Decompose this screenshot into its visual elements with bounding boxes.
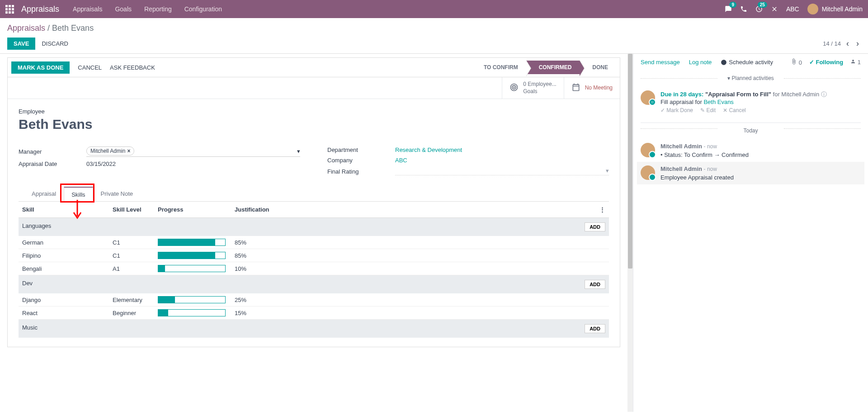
status-dot <box>649 174 656 181</box>
department-value[interactable]: Research & Development <box>395 146 462 153</box>
log-time: - now <box>704 166 717 172</box>
activity-for: for Mitchell Admin <box>773 91 820 98</box>
breadcrumb-bar: Appraisals / Beth Evans SAVE DISCARD 14 … <box>0 18 868 53</box>
tab-skills[interactable]: Skills <box>64 187 93 202</box>
nav-links: Appraisals Goals Reporting Configuration <box>73 5 222 13</box>
skill-group-row: LanguagesADD <box>19 218 609 236</box>
manager-label: Manager <box>19 148 86 155</box>
activity-cancel[interactable]: ✕ Cancel <box>723 107 746 113</box>
followers-button[interactable]: 1 <box>850 59 861 66</box>
pager: 14 / 14 ‹ › <box>823 39 861 48</box>
status-done[interactable]: DONE <box>580 61 616 74</box>
pager-next[interactable]: › <box>854 39 861 48</box>
nav-reporting[interactable]: Reporting <box>144 5 172 13</box>
status-confirmed[interactable]: CONFIRMED <box>526 61 580 74</box>
activity-desc-link[interactable]: Beth Evans <box>703 99 734 105</box>
cancel-button[interactable]: CANCEL <box>78 64 102 71</box>
activity-avatar <box>641 90 655 105</box>
skill-level: A1 <box>109 262 154 275</box>
nav-configuration[interactable]: Configuration <box>184 5 222 13</box>
skill-level: C1 <box>109 236 154 249</box>
log-avatar <box>641 143 655 157</box>
stat-buttons: 0 Employee... Goals No Meeting <box>8 77 620 99</box>
tab-appraisal[interactable]: Appraisal <box>24 186 64 201</box>
manager-field[interactable]: Mitchell Admin × ▾ <box>86 146 300 157</box>
activity-desc-prefix: Fill appraisal for <box>660 99 703 105</box>
log-content: • Status: To Confirm → Confirmed <box>660 151 749 158</box>
dropdown-caret-icon[interactable]: ▾ <box>297 148 300 155</box>
brand-title: Appraisals <box>21 5 59 14</box>
scrollbar-thumb[interactable] <box>628 54 632 269</box>
ask-feedback-button[interactable]: ASK FEEDBACK <box>110 64 155 71</box>
remove-tag-icon[interactable]: × <box>127 148 130 154</box>
skill-row[interactable]: React Beginner 15% <box>19 307 609 320</box>
nav-goals[interactable]: Goals <box>115 5 132 13</box>
goals-stat-button[interactable]: 0 Employee... Goals <box>502 77 563 99</box>
activity-mark-done[interactable]: ✓ Mark Done <box>660 107 693 113</box>
calendar-icon <box>571 83 580 93</box>
info-icon[interactable]: ⓘ <box>821 91 827 98</box>
company-selector[interactable]: ABC <box>786 5 799 13</box>
save-button[interactable]: SAVE <box>7 38 35 50</box>
add-skill-button[interactable]: ADD <box>585 324 605 333</box>
activity-icon[interactable]: 25 <box>755 5 763 13</box>
chatter-header: Send message Log note Schedule activity … <box>641 58 861 70</box>
add-skill-button[interactable]: ADD <box>585 222 605 231</box>
dropdown-caret-icon[interactable]: ▾ <box>606 167 609 174</box>
skill-row[interactable]: Filipino C1 85% <box>19 249 609 262</box>
skill-row[interactable]: Django Elementary 25% <box>19 293 609 307</box>
skill-progress-label: 15% <box>231 307 595 320</box>
pager-prev[interactable]: ‹ <box>844 39 851 48</box>
meeting-stat-button[interactable]: No Meeting <box>564 77 620 99</box>
phone-icon[interactable] <box>740 5 747 13</box>
following-button[interactable]: ✓ Following <box>809 59 843 66</box>
log-note-button[interactable]: Log note <box>689 59 712 66</box>
skill-row[interactable]: German C1 85% <box>19 236 609 249</box>
activity-due: Due in 28 days: <box>660 91 703 98</box>
department-label: Department <box>327 146 395 153</box>
skill-progress-label: 10% <box>231 262 595 275</box>
manager-tag[interactable]: Mitchell Admin × <box>86 146 134 156</box>
chat-icon[interactable]: 9 <box>725 5 732 13</box>
breadcrumb-current: Beth Evans <box>52 24 94 33</box>
skill-name: React <box>19 307 109 320</box>
close-tray-icon[interactable] <box>771 5 778 13</box>
col-skill: Skill <box>19 202 109 218</box>
today-header: Today <box>641 123 861 134</box>
employee-name[interactable]: Beth Evans <box>19 117 609 132</box>
final-rating-label: Final Rating <box>327 168 395 175</box>
skill-name: Bengali <box>19 262 109 275</box>
mark-as-done-button[interactable]: MARK AS DONE <box>11 61 70 74</box>
nav-appraisals[interactable]: Appraisals <box>73 5 102 13</box>
activity-edit[interactable]: ✎ Edit <box>700 107 716 113</box>
employee-label: Employee <box>19 108 609 115</box>
chatter: Send message Log note Schedule activity … <box>633 54 868 412</box>
skill-progress <box>154 293 231 307</box>
col-options[interactable]: ⋮ <box>595 202 609 218</box>
main-container: MARK AS DONE CANCEL ASK FEEDBACK TO CONF… <box>0 53 868 412</box>
action-buttons: SAVE DISCARD 14 / 14 ‹ › <box>7 38 861 50</box>
apps-icon[interactable] <box>5 5 14 14</box>
planned-activities-header[interactable]: ▾ Planned activities <box>641 75 861 81</box>
company-value[interactable]: ABC <box>395 157 407 164</box>
attachments-button[interactable]: 0 <box>791 58 802 66</box>
schedule-activity-button[interactable]: Schedule activity <box>721 59 773 66</box>
skill-name: Filipino <box>19 249 109 262</box>
log-content: Employee Appraisal created <box>660 174 734 181</box>
form-area: MARK AS DONE CANCEL ASK FEEDBACK TO CONF… <box>0 54 627 412</box>
appraisal-date-value[interactable]: 03/15/2022 <box>86 160 300 167</box>
log-author: Mitchell Admin <box>660 143 702 150</box>
tab-private-note[interactable]: Private Note <box>93 186 141 201</box>
status-to-confirm[interactable]: TO CONFIRM <box>471 61 526 74</box>
final-rating-field[interactable]: ▾ <box>395 167 609 175</box>
scrollbar[interactable] <box>627 54 633 412</box>
breadcrumb-root[interactable]: Appraisals <box>7 24 45 33</box>
user-menu[interactable]: Mitchell Admin <box>807 4 863 14</box>
add-skill-button[interactable]: ADD <box>585 280 605 289</box>
activity-title: "Appraisal Form to Fill" <box>705 91 771 98</box>
tabs: Appraisal Skills Private Note <box>19 186 609 202</box>
skill-progress-label: 85% <box>231 249 595 262</box>
skill-row[interactable]: Bengali A1 10% <box>19 262 609 275</box>
discard-button[interactable]: DISCARD <box>42 40 68 47</box>
send-message-button[interactable]: Send message <box>641 59 680 66</box>
